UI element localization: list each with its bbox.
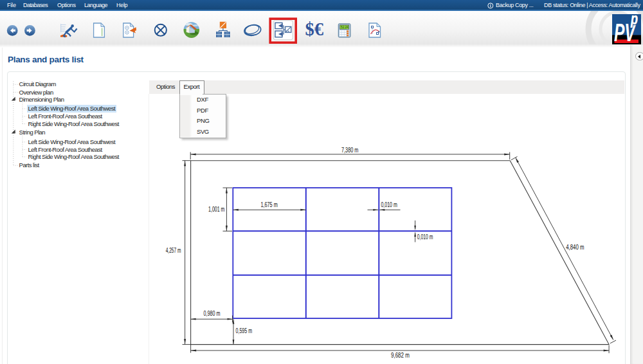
svg-text:0,010 m: 0,010 m <box>381 201 397 208</box>
svg-text:0,010 m: 0,010 m <box>417 233 433 241</box>
svg-text:4,840 m: 4,840 m <box>566 244 584 251</box>
svg-text:1,001 m: 1,001 m <box>208 206 225 213</box>
svg-text:p: p <box>630 10 638 28</box>
svg-text:52.24: 52.24 <box>341 25 349 28</box>
svg-text:9,682 m: 9,682 m <box>391 352 410 359</box>
svg-text:0,595 m: 0,595 m <box>236 327 252 334</box>
svg-text:0,980 m: 0,980 m <box>204 310 221 317</box>
svg-text:4,257 m: 4,257 m <box>166 247 181 254</box>
svg-text:1,675 m: 1,675 m <box>260 201 277 208</box>
svg-text:7,380 m: 7,380 m <box>341 147 358 154</box>
